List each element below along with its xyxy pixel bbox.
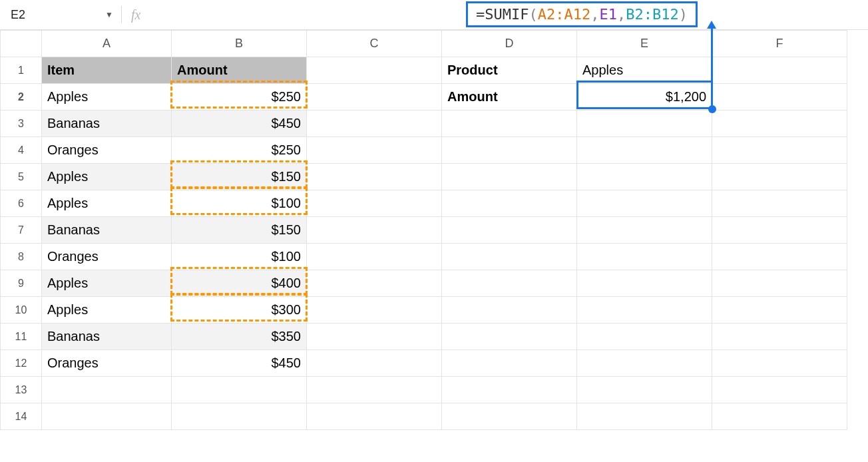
cell-D1[interactable]: Product: [442, 57, 577, 84]
cell-D11[interactable]: [442, 324, 577, 350]
col-header-B[interactable]: B: [172, 31, 307, 57]
cell-B4[interactable]: $250: [172, 137, 307, 164]
row-header-1[interactable]: 1: [1, 57, 42, 84]
cell-F4[interactable]: [712, 137, 847, 164]
row-header-6[interactable]: 6: [1, 190, 42, 217]
cell-A9[interactable]: Apples: [42, 270, 172, 297]
col-header-E[interactable]: E: [577, 31, 712, 57]
cell-F2[interactable]: [712, 84, 847, 111]
cell-C5[interactable]: [307, 164, 442, 190]
cell-D10[interactable]: [442, 297, 577, 324]
cell-E4[interactable]: [577, 137, 712, 164]
cell-D8[interactable]: [442, 244, 577, 270]
cell-A2[interactable]: Apples: [42, 84, 172, 111]
cell-C7[interactable]: [307, 217, 442, 244]
cell-A4[interactable]: Oranges: [42, 137, 172, 164]
cell-C8[interactable]: [307, 244, 442, 270]
row-header-10[interactable]: 10: [1, 297, 42, 324]
cell-B6[interactable]: $100: [172, 190, 307, 217]
cell-B12[interactable]: $450: [172, 350, 307, 377]
col-header-C[interactable]: C: [307, 31, 442, 57]
cell-F9[interactable]: [712, 270, 847, 297]
row-header-3[interactable]: 3: [1, 111, 42, 137]
cell-C14[interactable]: [307, 403, 442, 430]
cell-B2[interactable]: $250: [172, 84, 307, 111]
cell-B5[interactable]: $150: [172, 164, 307, 190]
cell-F6[interactable]: [712, 190, 847, 217]
cell-D9[interactable]: [442, 270, 577, 297]
cell-E11[interactable]: [577, 324, 712, 350]
cell-A10[interactable]: Apples: [42, 297, 172, 324]
cell-F11[interactable]: [712, 324, 847, 350]
select-all-corner[interactable]: [1, 31, 42, 57]
chevron-down-icon[interactable]: ▼: [105, 10, 117, 19]
cell-C11[interactable]: [307, 324, 442, 350]
cell-C13[interactable]: [307, 377, 442, 403]
cell-A11[interactable]: Bananas: [42, 324, 172, 350]
cell-C2[interactable]: [307, 84, 442, 111]
cell-C3[interactable]: [307, 111, 442, 137]
cell-F14[interactable]: [712, 403, 847, 430]
cell-C12[interactable]: [307, 350, 442, 377]
cell-A3[interactable]: Bananas: [42, 111, 172, 137]
cell-A6[interactable]: Apples: [42, 190, 172, 217]
cell-E7[interactable]: [577, 217, 712, 244]
name-box[interactable]: E2 ▼: [4, 8, 117, 22]
cell-D6[interactable]: [442, 190, 577, 217]
row-header-2[interactable]: 2: [1, 84, 42, 111]
cell-D7[interactable]: [442, 217, 577, 244]
cell-F12[interactable]: [712, 350, 847, 377]
cell-E14[interactable]: [577, 403, 712, 430]
cell-F8[interactable]: [712, 244, 847, 270]
cell-A14[interactable]: [42, 403, 172, 430]
cell-A8[interactable]: Oranges: [42, 244, 172, 270]
cell-C4[interactable]: [307, 137, 442, 164]
cell-D4[interactable]: [442, 137, 577, 164]
cell-D13[interactable]: [442, 377, 577, 403]
cell-C10[interactable]: [307, 297, 442, 324]
row-header-8[interactable]: 8: [1, 244, 42, 270]
cell-B8[interactable]: $100: [172, 244, 307, 270]
row-header-11[interactable]: 11: [1, 324, 42, 350]
cell-F3[interactable]: [712, 111, 847, 137]
cell-B9[interactable]: $400: [172, 270, 307, 297]
cell-E3[interactable]: [577, 111, 712, 137]
cell-D5[interactable]: [442, 164, 577, 190]
cell-E12[interactable]: [577, 350, 712, 377]
cell-D2[interactable]: Amount: [442, 84, 577, 111]
cell-E8[interactable]: [577, 244, 712, 270]
cell-B7[interactable]: $150: [172, 217, 307, 244]
cell-E13[interactable]: [577, 377, 712, 403]
cell-A5[interactable]: Apples: [42, 164, 172, 190]
row-header-13[interactable]: 13: [1, 377, 42, 403]
cell-A13[interactable]: [42, 377, 172, 403]
row-header-14[interactable]: 14: [1, 403, 42, 430]
cell-B1[interactable]: Amount: [172, 57, 307, 84]
row-header-4[interactable]: 4: [1, 137, 42, 164]
cell-E2[interactable]: $1,200: [577, 84, 712, 111]
cell-E10[interactable]: [577, 297, 712, 324]
col-header-D[interactable]: D: [442, 31, 577, 57]
cell-B3[interactable]: $450: [172, 111, 307, 137]
cell-F5[interactable]: [712, 164, 847, 190]
cell-A1[interactable]: Item: [42, 57, 172, 84]
cell-E1[interactable]: Apples: [577, 57, 712, 84]
cell-B14[interactable]: [172, 403, 307, 430]
cell-D3[interactable]: [442, 111, 577, 137]
cell-F1[interactable]: [712, 57, 847, 84]
row-header-12[interactable]: 12: [1, 350, 42, 377]
cell-B13[interactable]: [172, 377, 307, 403]
row-header-9[interactable]: 9: [1, 270, 42, 297]
row-header-5[interactable]: 5: [1, 164, 42, 190]
cell-C6[interactable]: [307, 190, 442, 217]
spreadsheet-grid[interactable]: A B C D E F 1 Item Amount Product Apples…: [0, 30, 868, 430]
row-header-7[interactable]: 7: [1, 217, 42, 244]
cell-E6[interactable]: [577, 190, 712, 217]
cell-C1[interactable]: [307, 57, 442, 84]
col-header-A[interactable]: A: [42, 31, 172, 57]
cell-D12[interactable]: [442, 350, 577, 377]
cell-B11[interactable]: $350: [172, 324, 307, 350]
cell-A12[interactable]: Oranges: [42, 350, 172, 377]
cell-F7[interactable]: [712, 217, 847, 244]
cell-D14[interactable]: [442, 403, 577, 430]
